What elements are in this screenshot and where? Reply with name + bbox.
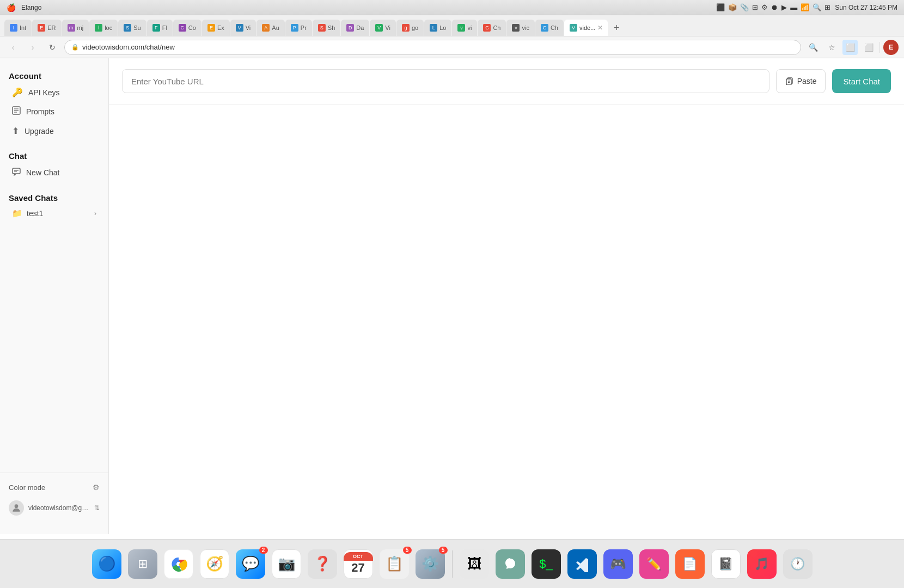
calendar-icon: OCT 27 — [344, 549, 373, 579]
svg-point-7 — [15, 504, 19, 508]
browser-chrome: I Int E ER m mj l loc S Su F Fl — [0, 15, 904, 58]
dock-photos[interactable]: 📷 — [270, 548, 303, 580]
dock-safari[interactable]: 🧭 — [198, 548, 231, 580]
tab-vi3[interactable]: v vi — [452, 20, 477, 36]
dropbox-icon[interactable]: 📦 — [728, 3, 737, 11]
wifi-icon[interactable]: 📶 — [801, 3, 809, 11]
system-prefs-icon: ⚙️ — [416, 549, 445, 579]
tab-label: Lo — [439, 24, 446, 31]
saved-chat-test1[interactable]: 📁 test1 › — [3, 205, 105, 222]
control-center-icon[interactable]: ⊞ — [824, 3, 830, 11]
tab-favicon: g — [402, 24, 410, 32]
sidebar-item-prompts[interactable]: Prompts — [3, 102, 105, 121]
start-chat-button[interactable]: Start Chat — [832, 69, 891, 93]
dock-music[interactable]: 🎵 — [746, 548, 778, 580]
apps-icon[interactable]: ⊞ — [752, 3, 758, 11]
tab-favicon: A — [262, 24, 270, 32]
record-icon[interactable]: ⏺ — [771, 3, 778, 11]
tab-co[interactable]: C Co — [173, 20, 201, 36]
saved-chat-label: test1 — [27, 209, 43, 218]
active-tab-label: vide... — [579, 24, 595, 31]
dock-vscode[interactable] — [566, 548, 598, 580]
bookmark-star-button[interactable]: ☆ — [824, 40, 839, 55]
tab-ch2[interactable]: C Ch — [535, 20, 564, 36]
tab-loc[interactable]: l loc — [89, 20, 118, 36]
tab-su[interactable]: S Su — [118, 20, 146, 36]
chatgpt-icon — [496, 549, 525, 579]
tab-favicon: F — [152, 24, 160, 32]
tab-pr[interactable]: P Pr — [285, 20, 312, 36]
tab-sh[interactable]: S Sh — [313, 20, 340, 36]
api-keys-label: API Keys — [28, 88, 60, 97]
tab-da[interactable]: D Da — [341, 20, 369, 36]
tab-go[interactable]: g go — [396, 20, 424, 36]
tab-vic[interactable]: v vic — [506, 20, 534, 36]
dock-launchpad[interactable]: ⊞ — [126, 548, 159, 580]
tab-label: Au — [272, 24, 279, 31]
dock-calendar[interactable]: OCT 27 — [342, 548, 375, 580]
youtube-url-input[interactable] — [122, 69, 769, 93]
search-icon[interactable]: 🔍 — [813, 3, 821, 11]
finder-icon: 🔵 — [92, 549, 121, 579]
play-icon[interactable]: ▶ — [781, 3, 787, 11]
sidebar-item-api-keys[interactable]: 🔑 API Keys — [3, 83, 105, 102]
tab-close-icon[interactable]: ✕ — [597, 24, 603, 32]
dock-pages[interactable]: 📄 — [674, 548, 706, 580]
dock-finder[interactable]: 🔵 — [90, 548, 123, 580]
paste-button[interactable]: Paste — [776, 69, 826, 93]
gear-icon[interactable]: ⚙ — [93, 483, 100, 492]
tab-ex[interactable]: E Ex — [202, 20, 230, 36]
dock-chatgpt[interactable] — [494, 548, 527, 580]
discord-icon: 🎮 — [603, 549, 633, 579]
extension-puzzle-button[interactable]: ⬜ — [842, 40, 858, 55]
tab-int[interactable]: I Int — [4, 20, 32, 36]
zoom-button[interactable]: 🔍 — [805, 40, 821, 55]
dock-affinity[interactable]: ✏️ — [638, 548, 670, 580]
url-input-area: Paste Start Chat — [109, 58, 904, 105]
forward-button[interactable]: › — [25, 40, 40, 55]
back-button[interactable]: ‹ — [5, 40, 21, 55]
svg-rect-9 — [786, 79, 791, 85]
browser-tabs: I Int E ER m mj l loc S Su F Fl — [0, 15, 904, 36]
tab-label: Da — [356, 24, 364, 31]
side-panel-button[interactable]: ⬜ — [861, 40, 876, 55]
tab-favicon: C — [483, 24, 491, 32]
paperclip-icon[interactable]: 📎 — [740, 3, 749, 11]
new-tab-button[interactable]: + — [608, 20, 626, 36]
browser-profile-button[interactable]: E — [883, 40, 899, 55]
tab-fl[interactable]: F Fl — [147, 20, 173, 36]
dock-terminal[interactable]: $_ — [530, 548, 563, 580]
dock-help[interactable]: ❓ — [306, 548, 339, 580]
tab-favicon: E — [38, 24, 45, 32]
paste-label: Paste — [797, 77, 817, 85]
dock-notion[interactable]: 📓 — [710, 548, 742, 580]
address-bar[interactable]: 🔒 videotowisdom.com/chat/new — [64, 40, 801, 55]
dock-settings2[interactable]: ⚙️ 5 — [414, 548, 447, 580]
dock-discord[interactable]: 🎮 — [602, 548, 634, 580]
tab-lo[interactable]: L Lo — [424, 20, 451, 36]
screen-record-icon[interactable]: ⬛ — [716, 3, 725, 11]
sidebar-item-upgrade[interactable]: ⬆ Upgrade — [3, 121, 105, 140]
tab-mj[interactable]: m mj — [62, 20, 89, 36]
user-row[interactable]: videotowisdom@gmail... ⇅ — [9, 496, 100, 520]
dock-preview[interactable]: 🖼 — [458, 548, 491, 580]
tab-au[interactable]: A Au — [256, 20, 284, 36]
dock-reminders[interactable]: 📋 5 — [378, 548, 411, 580]
settings-icon[interactable]: ⚙ — [761, 3, 768, 11]
dock-messages[interactable]: 💬 2 — [234, 548, 267, 580]
tab-vi[interactable]: V Vi — [230, 20, 256, 36]
tab-favicon: m — [68, 24, 75, 32]
tab-favicon: v — [457, 24, 465, 32]
sidebar-item-new-chat[interactable]: New Chat — [3, 163, 105, 182]
upgrade-label: Upgrade — [25, 127, 54, 136]
dock-chrome[interactable] — [162, 548, 195, 580]
new-chat-label: New Chat — [26, 168, 59, 177]
dock-clock[interactable]: 🕐 — [781, 548, 814, 580]
key-icon: 🔑 — [12, 87, 23, 97]
tab-active-videotowisdom[interactable]: V vide... ✕ — [564, 20, 608, 36]
refresh-button[interactable]: ↻ — [45, 40, 60, 55]
tab-vi2[interactable]: V Vi — [370, 20, 396, 36]
tab-er[interactable]: E ER — [32, 20, 61, 36]
apple-menu-icon[interactable]: 🍎 — [7, 3, 16, 12]
tab-ch[interactable]: C Ch — [478, 20, 506, 36]
